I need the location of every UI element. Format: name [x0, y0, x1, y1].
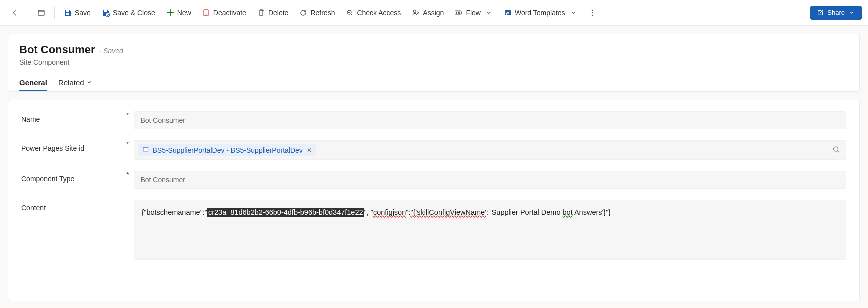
word-templates-label: Word Templates: [515, 9, 566, 17]
new-label: New: [178, 9, 192, 17]
svg-point-15: [834, 147, 838, 152]
word-templates-button[interactable]: Word Templates: [499, 6, 582, 20]
deactivate-icon: [202, 9, 210, 17]
component-type-label: Component Type: [22, 171, 126, 183]
svg-point-12: [592, 14, 592, 16]
content-label: Content: [22, 200, 126, 212]
form-tabs: General Related: [20, 76, 848, 92]
chevron-down-icon: [570, 9, 578, 17]
field-name: Name *: [22, 112, 846, 130]
deactivate-label: Deactivate: [214, 9, 246, 17]
required-indicator: *: [126, 112, 129, 120]
field-content: Content * {"botschemaname":"cr23a_81d6b2…: [22, 200, 846, 260]
delete-label: Delete: [268, 9, 288, 17]
lookup-chip-text: BS5-SupplierPortalDev - BS5-SupplierPort…: [152, 146, 302, 154]
selected-text: cr23a_81d6b2b2-66b0-4dfb-b96b-bf0d347f1e…: [208, 208, 364, 217]
svg-point-10: [592, 10, 592, 10]
flow-icon: [455, 9, 463, 17]
save-icon: [64, 9, 72, 17]
svg-rect-1: [66, 10, 69, 12]
chevron-down-icon: [86, 78, 92, 87]
word-icon: [504, 9, 512, 17]
svg-rect-3: [104, 10, 107, 12]
component-type-input[interactable]: [134, 171, 846, 189]
search-check-icon: [346, 9, 354, 17]
required-indicator: *: [126, 140, 129, 148]
more-vertical-icon: [588, 9, 596, 17]
save-close-icon: [102, 9, 110, 17]
svg-rect-0: [38, 10, 44, 16]
share-button[interactable]: Share: [810, 6, 862, 20]
command-bar: Save Save & Close New Deactivate Delete …: [0, 0, 868, 26]
flow-button[interactable]: Flow: [450, 6, 498, 20]
delete-button[interactable]: Delete: [252, 6, 294, 20]
entity-name: Site Component: [20, 58, 848, 66]
plus-icon: [166, 9, 174, 17]
svg-rect-9: [505, 10, 511, 16]
svg-rect-2: [66, 14, 70, 16]
back-button[interactable]: [6, 6, 24, 20]
site-label: Power Pages Site id: [22, 140, 126, 152]
svg-point-7: [348, 10, 352, 14]
svg-point-4: [106, 13, 110, 17]
name-label: Name: [22, 112, 126, 124]
assign-button[interactable]: Assign: [407, 6, 449, 20]
content-input[interactable]: {"botschemaname":"cr23a_81d6b2b2-66b0-4d…: [134, 200, 846, 260]
save-status: - Saved: [100, 47, 124, 55]
flow-label: Flow: [466, 9, 481, 17]
svg-rect-14: [144, 148, 148, 151]
check-access-label: Check Access: [357, 9, 401, 17]
arrow-left-icon: [11, 9, 19, 17]
svg-point-11: [592, 12, 592, 13]
refresh-icon: [300, 9, 308, 17]
assign-label: Assign: [423, 9, 444, 17]
tab-related[interactable]: Related: [58, 76, 92, 92]
name-input[interactable]: [134, 112, 846, 130]
toolbar-divider: [28, 7, 28, 19]
website-icon: [142, 146, 150, 154]
trash-icon: [258, 9, 266, 17]
form-body: Name * Power Pages Site id * BS5-Supplie…: [8, 100, 860, 302]
save-label: Save: [75, 9, 91, 17]
share-label: Share: [828, 9, 845, 16]
refresh-button[interactable]: Refresh: [294, 6, 340, 20]
svg-point-6: [206, 14, 206, 15]
record-header: Bot Consumer - Saved Site Component Gene…: [8, 34, 860, 92]
share-icon: [816, 9, 824, 17]
save-close-button[interactable]: Save & Close: [97, 6, 160, 20]
remove-lookup-icon[interactable]: ✕: [307, 147, 312, 154]
open-panel-icon: [38, 9, 46, 17]
overflow-button[interactable]: [584, 6, 602, 20]
assign-icon: [412, 9, 420, 17]
deactivate-button[interactable]: Deactivate: [198, 6, 252, 20]
field-power-pages-site: Power Pages Site id * BS5-SupplierPortal…: [22, 140, 846, 160]
lookup-chip[interactable]: BS5-SupplierPortalDev - BS5-SupplierPort…: [138, 144, 316, 156]
check-access-button[interactable]: Check Access: [341, 6, 406, 20]
field-component-type: Component Type *: [22, 171, 846, 189]
toolbar-divider: [54, 7, 55, 19]
tab-general[interactable]: General: [20, 76, 48, 92]
save-button[interactable]: Save: [59, 6, 96, 20]
chevron-down-icon: [848, 9, 856, 17]
new-button[interactable]: New: [162, 6, 196, 20]
svg-point-8: [414, 10, 416, 12]
save-close-label: Save & Close: [113, 9, 156, 17]
page-title: Bot Consumer: [20, 44, 96, 56]
required-indicator: *: [126, 171, 129, 179]
chevron-down-icon: [485, 9, 493, 17]
refresh-label: Refresh: [310, 9, 335, 17]
site-lookup[interactable]: BS5-SupplierPortalDev - BS5-SupplierPort…: [134, 140, 846, 160]
open-record-set-button[interactable]: [32, 6, 50, 20]
search-icon[interactable]: [832, 146, 840, 155]
svg-rect-5: [204, 10, 208, 16]
